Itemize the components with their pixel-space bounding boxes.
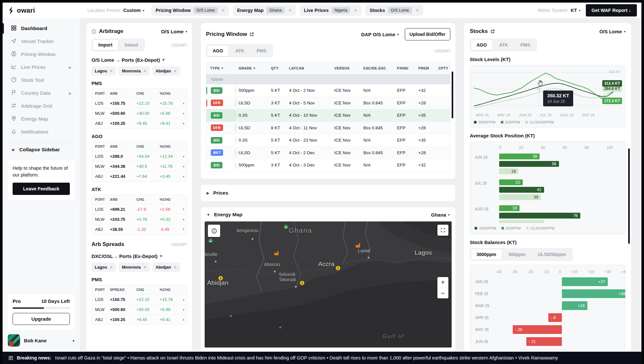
column-header-cpty[interactable]: CPTY [435, 66, 450, 70]
close-icon[interactable]: ✕ [174, 69, 177, 73]
pricing-row[interactable]: BID0.3S5 KT4 Oct - 23 NovICE NovN/AEFP+3… [206, 134, 450, 147]
column-header-prem[interactable]: PREM [414, 66, 435, 70]
table-scrollbar[interactable] [452, 71, 453, 118]
column-header-grade[interactable]: GRADE▾ [235, 66, 267, 70]
sidebar-item-vessel-tracker[interactable]: Vessel Tracker [3, 35, 80, 48]
port-tag-monrovia[interactable]: Monrovia✕ [119, 66, 150, 76]
tab-pms[interactable]: PMS [515, 39, 536, 50]
table-row[interactable]: ABJ+221.44+7.64+3.45▲ [92, 171, 187, 181]
table-row[interactable]: LOS+150.75+22.10+15.78▲ [92, 294, 187, 305]
column-header-esc-de-esc[interactable]: ESC/DE-ESC [360, 66, 393, 70]
map-house-marker[interactable] [284, 224, 288, 230]
zoom-out-button[interactable]: − [437, 288, 448, 298]
table-row[interactable]: LOS+699.21-17.9+2.56▼ [92, 204, 187, 214]
close-icon[interactable]: ✕ [287, 8, 293, 13]
tab-atk[interactable]: ATK [493, 39, 514, 50]
map-house-marker[interactable] [208, 238, 213, 244]
port-tag-lagos[interactable]: Lagos✕ [91, 262, 116, 272]
map-factory-marker[interactable] [274, 251, 279, 257]
add-port-button[interactable]: + [162, 57, 165, 63]
column-header-qty[interactable]: QTY [267, 66, 285, 70]
table-row[interactable]: ABJ+38.55-1.33-3.45▼ [92, 224, 187, 234]
get-waf-report-button[interactable]: Get WAF Report ↓ [586, 4, 637, 16]
chevron-down-icon[interactable]: ▼ [207, 213, 210, 217]
sidebar-item-country-data[interactable]: Country Data▶ [3, 87, 80, 100]
map-boat-marker[interactable] [279, 325, 283, 331]
port-tag-abidjan[interactable]: Abidjan✕ [152, 66, 180, 76]
table-row[interactable]: MLW+500.60+30.00+5.98▲ [92, 305, 187, 315]
pricing-row[interactable]: BID500ppm5 KT4 Oct - 2 NovICE NovN/AEFP+… [206, 84, 450, 97]
sidebar-item-pricing-window[interactable]: Pricing Window [3, 48, 80, 61]
table-row[interactable]: LOS+150.75+22.10+15.78▲ [92, 98, 187, 108]
filter-tag[interactable]: Ghana [266, 7, 284, 14]
close-icon[interactable]: ✕ [220, 8, 226, 13]
column-header-laycan[interactable]: LAYCAN [285, 66, 330, 70]
tab-ago[interactable]: AGO [471, 39, 493, 50]
tab-inland[interactable]: Inland [119, 39, 144, 50]
add-port-button[interactable]: + [159, 253, 163, 259]
panel-scrollbar[interactable] [628, 148, 630, 244]
pricing-row[interactable]: BID0.3S5 KT4 Oct - 10 NovICE NovN/AEFP+3… [206, 109, 450, 122]
pricing-preset-dropdown[interactable]: DAP O/S Lome▾ [361, 32, 399, 37]
column-header-type[interactable]: TYPE▾ [206, 66, 235, 70]
sidebar-item-energy-map[interactable]: Energy Map [3, 112, 80, 125]
tab-import[interactable]: Import [92, 39, 118, 50]
close-icon[interactable]: ✕ [353, 8, 358, 13]
external-link-icon[interactable] [490, 29, 495, 34]
table-row[interactable]: ABJ+100.25+9.45+9.41▲ [92, 315, 187, 325]
port-tag-abidjan[interactable]: Abidjan✕ [152, 262, 180, 272]
user-menu[interactable]: Bob Kane ▸ [8, 334, 75, 347]
zoom-in-button[interactable]: + [437, 277, 448, 288]
pricing-row[interactable]: MKTULSD5 KT4 Oct - 2 DecICE NovBss 0.845… [206, 147, 450, 159]
tab-atk[interactable]: ATK [230, 45, 250, 56]
upgrade-button[interactable]: Upgrade [13, 313, 70, 325]
upload-bid-offer-button[interactable]: Upload Bid/Offer [405, 28, 450, 40]
close-icon[interactable]: ✕ [174, 265, 177, 270]
tab-500ppm[interactable]: 500ppm [503, 249, 531, 260]
table-row[interactable]: LOS+288.0+34.54+12.34▲ [92, 151, 187, 161]
close-icon[interactable]: ✕ [143, 265, 146, 270]
port-tag-monrovia[interactable]: Monrovia✕ [119, 262, 150, 272]
table-row[interactable]: ABJ+100.25+9.45+9.41▲ [92, 118, 187, 128]
table-row[interactable]: MLW+243.75+0.78+0.32▲ [92, 214, 187, 224]
map-factory-marker[interactable] [355, 243, 360, 249]
table-row[interactable]: MLW+500.60+30.00+5.98▲ [92, 108, 187, 118]
filter-tag[interactable]: Nigeria [332, 7, 350, 14]
port-tag-lagos[interactable]: Lagos✕ [91, 66, 116, 76]
map-region-dropdown[interactable]: Ghana▾ [431, 212, 450, 218]
map-port-marker[interactable] [300, 281, 305, 287]
sidebar-item-stock-tool[interactable]: Stock Tool [3, 74, 80, 87]
column-header-pxing[interactable]: PXING [393, 66, 414, 70]
sidebar-item-arbitrage-grid[interactable]: Arbitrage Grid [3, 100, 80, 112]
sidebar-item-live-prices[interactable]: Live Prices▶ [3, 61, 80, 74]
info-icon[interactable] [91, 29, 96, 34]
tab-pms[interactable]: PMS [251, 45, 272, 56]
pricing-row[interactable]: OFRULSD8 KT4 Oct - 11 NovICE NovBss 0.84… [206, 122, 450, 134]
tab-ulsd-50ppm[interactable]: ULSD/50ppm [532, 249, 572, 260]
tab-ago[interactable]: AGO [207, 45, 229, 56]
map-port-marker[interactable] [218, 276, 223, 282]
collapse-sidebar-button[interactable]: « Collapse Sidebar [3, 146, 80, 153]
prices-panel[interactable]: ▶ Prices [200, 184, 456, 202]
stocks-preset-dropdown[interactable]: O/S Lome▾ [599, 29, 626, 34]
pricing-row[interactable]: BID500ppm3 KT4 Oct - 3 DecICE NovN/AEFP+… [206, 159, 450, 172]
map-port-marker[interactable] [336, 266, 340, 272]
close-icon[interactable]: ✕ [110, 69, 113, 73]
close-icon[interactable]: ✕ [143, 69, 146, 73]
leave-feedback-button[interactable]: Leave Feedback [13, 183, 70, 195]
external-link-icon[interactable] [250, 32, 254, 37]
location-preset-dropdown[interactable]: Location Preset: Custom ▾ [87, 8, 144, 13]
sidebar-item-dashboard[interactable]: Dashboard [3, 22, 80, 35]
map-info-button[interactable] [208, 225, 220, 237]
tab-3000ppm[interactable]: 3000ppm [471, 249, 502, 260]
pricing-row[interactable]: OFRULSD3 KT4 Oct - 5 NovICE NovBss 0.845… [206, 97, 450, 110]
filter-tag[interactable]: O/S Lome [388, 7, 412, 14]
sidebar-item-notifications[interactable]: Notifications [3, 125, 80, 138]
map-fullscreen-button[interactable] [437, 225, 448, 236]
energy-map-canvas[interactable]: + − bengourouGhanagbovilleAboissoSekondi… [205, 221, 452, 348]
map-boat-marker[interactable] [229, 314, 233, 319]
table-row[interactable]: MLW+344.38+40.5+11.76▲ [92, 161, 187, 171]
filter-tag[interactable]: O/S Lome [194, 7, 218, 14]
column-header-versus[interactable]: VERSUS [330, 66, 360, 70]
close-icon[interactable]: ✕ [415, 8, 420, 13]
